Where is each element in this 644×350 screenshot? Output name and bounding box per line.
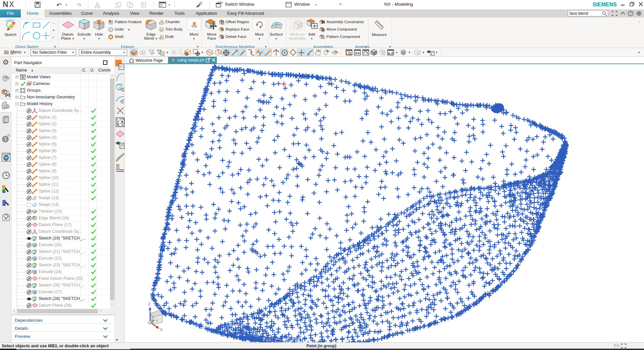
svg-text:?: ?	[630, 11, 632, 15]
